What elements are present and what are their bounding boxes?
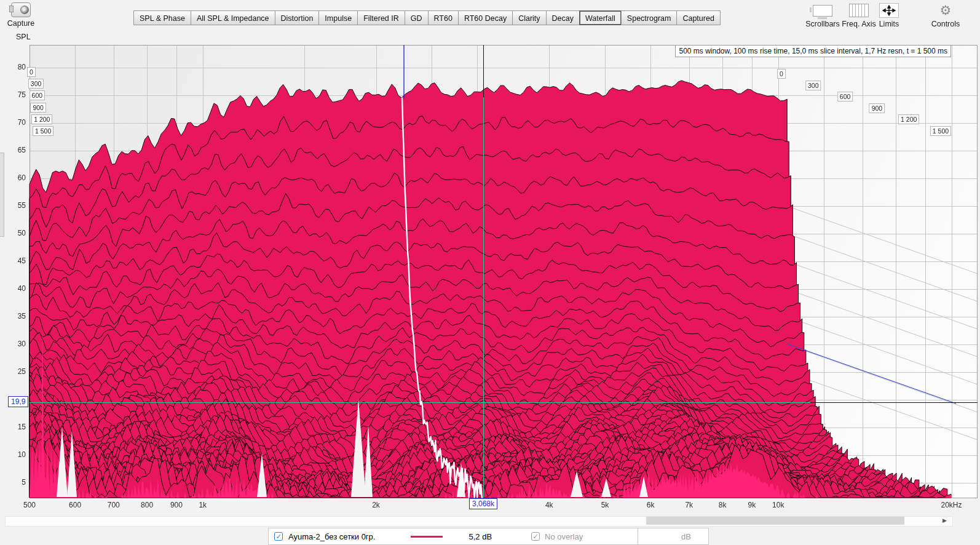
x-axis-tick: 6k xyxy=(647,501,655,509)
controls-label: Controls xyxy=(927,20,964,28)
scroll-right-arrow-icon[interactable]: ▶ xyxy=(942,517,947,523)
trace-name[interactable]: Ayuma-2_без сетки 0гр. xyxy=(288,532,375,541)
x-axis-tick: 20kHz xyxy=(941,501,962,509)
slice-time-label-left: 600 xyxy=(30,90,45,100)
capture-label: Capture xyxy=(5,19,37,28)
horizontal-scrollbar-thumb[interactable] xyxy=(646,517,904,525)
tab-spl-phase[interactable]: SPL & Phase xyxy=(133,10,191,25)
x-axis-tick: 9k xyxy=(748,501,756,509)
horizontal-scrollbar[interactable]: ▶ xyxy=(5,516,953,527)
trace-level-value: 5,2 dB xyxy=(468,532,492,541)
y-axis-tick: 40 xyxy=(10,284,26,293)
tab-decay[interactable]: Decay xyxy=(546,10,580,25)
tab-filtered-ir[interactable]: Filtered IR xyxy=(357,10,405,25)
gear-icon: ⚙ xyxy=(940,4,952,17)
slice-time-label-right: 300 xyxy=(805,81,821,90)
y-axis-title: SPL xyxy=(16,33,31,41)
x-axis-tick: 1k xyxy=(199,501,207,509)
camera-icon xyxy=(11,2,31,17)
scrollbars-button[interactable]: Scrollbars xyxy=(804,3,841,28)
trace-color-line xyxy=(411,536,443,538)
trace-visible-checkbox[interactable]: ✓ xyxy=(274,532,283,541)
scrollbars-label: Scrollbars xyxy=(804,20,841,28)
y-axis-tick: 35 xyxy=(10,312,26,320)
slice-time-label-right: 600 xyxy=(837,92,853,101)
slice-time-label-left: 1 200 xyxy=(31,114,52,124)
x-axis-tick: 500 xyxy=(23,501,36,509)
freq-axis-icon xyxy=(849,4,869,17)
slice-time-label-right: 0 xyxy=(777,69,786,79)
y-axis-tick: 75 xyxy=(10,90,26,99)
x-axis-tick: 7k xyxy=(685,501,693,509)
slice-time-label-left: 900 xyxy=(30,103,46,113)
y-axis-tick: 65 xyxy=(10,146,26,154)
controls-button[interactable]: ⚙ Controls xyxy=(927,3,964,28)
x-axis-tick: 10k xyxy=(772,501,784,509)
y-axis-tick: 15 xyxy=(10,423,26,431)
x-axis-tick: 600 xyxy=(69,501,81,509)
y-axis-tick: 25 xyxy=(10,367,26,376)
freq-axis-label: Freq. Axis xyxy=(840,20,878,28)
freq-axis-button[interactable]: Freq. Axis xyxy=(840,3,878,28)
x-axis-tick: 5k xyxy=(601,501,609,509)
no-overlay-checkbox[interactable]: ✓ xyxy=(531,532,540,541)
waterfall-settings-info: 500 ms window, 100 ms rise time, 15,0 ms… xyxy=(675,45,951,57)
y-axis-tick: 50 xyxy=(10,229,26,237)
waterfall-chart-canvas[interactable] xyxy=(0,0,980,515)
slice-time-label-left: 1 500 xyxy=(33,126,53,136)
cursor-freq-readout: 3,068k xyxy=(469,498,497,509)
x-axis-tick: 700 xyxy=(108,501,120,509)
tab-rt60-decay[interactable]: RT60 Decay xyxy=(458,10,513,25)
y-axis-tick: 55 xyxy=(10,201,26,210)
slice-time-label-right: 1 200 xyxy=(898,114,919,124)
unit-label: dB xyxy=(681,532,691,541)
slice-time-label-right: 900 xyxy=(869,103,885,113)
no-overlay-label: No overlay xyxy=(545,532,583,541)
x-axis-tick: 8k xyxy=(719,501,727,509)
y-axis-tick: 5 xyxy=(10,478,26,487)
x-axis-tick: 900 xyxy=(170,501,183,509)
tab-clarity[interactable]: Clarity xyxy=(512,10,546,25)
x-axis-tick: 800 xyxy=(141,501,153,509)
tab-all-spl-impedance[interactable]: All SPL & Impedance xyxy=(191,10,275,25)
legend-bar: ✓ Ayuma-2_без сетки 0гр. 5,2 dB ✓ No ove… xyxy=(268,528,638,545)
tab-spectrogram[interactable]: Spectrogram xyxy=(621,10,678,25)
tab-captured[interactable]: Captured xyxy=(676,10,720,25)
y-axis-tick: 80 xyxy=(10,63,26,71)
limits-label: Limits xyxy=(875,20,903,28)
y-axis-tick: 45 xyxy=(10,257,26,265)
legend-unit-cell: dB xyxy=(638,528,709,545)
x-axis-tick: 2k xyxy=(372,501,380,509)
x-axis-tick: 4k xyxy=(545,501,553,509)
rew-waterfall-window: Capture SPL SPL & PhaseAll SPL & Impedan… xyxy=(0,0,980,545)
camera-lens-icon xyxy=(20,6,29,14)
tab-impulse[interactable]: Impulse xyxy=(318,10,358,25)
scrollbars-icon xyxy=(813,5,832,17)
slice-time-label-right: 1 500 xyxy=(930,126,951,136)
graph-tab-bar: SPL & PhaseAll SPL & ImpedanceDistortion… xyxy=(134,10,721,25)
cursor-db-readout: 19,9 xyxy=(8,396,28,407)
limits-button[interactable]: Limits xyxy=(875,3,903,28)
slice-time-label-left: 0 xyxy=(27,67,36,77)
y-axis-tick: 60 xyxy=(10,173,26,182)
slice-time-label-left: 300 xyxy=(28,79,44,89)
y-axis-tick: 70 xyxy=(10,118,26,127)
tab-gd[interactable]: GD xyxy=(405,10,429,25)
limits-arrows-icon xyxy=(879,3,899,18)
capture-button[interactable]: Capture xyxy=(5,2,37,28)
tab-distortion[interactable]: Distortion xyxy=(275,10,320,25)
y-axis-tick: 30 xyxy=(10,340,26,348)
tab-rt60[interactable]: RT60 xyxy=(428,10,459,25)
vertical-scrollbar-thumb[interactable] xyxy=(0,153,4,237)
y-axis-tick: 10 xyxy=(10,450,26,459)
tab-waterfall[interactable]: Waterfall xyxy=(579,10,622,25)
